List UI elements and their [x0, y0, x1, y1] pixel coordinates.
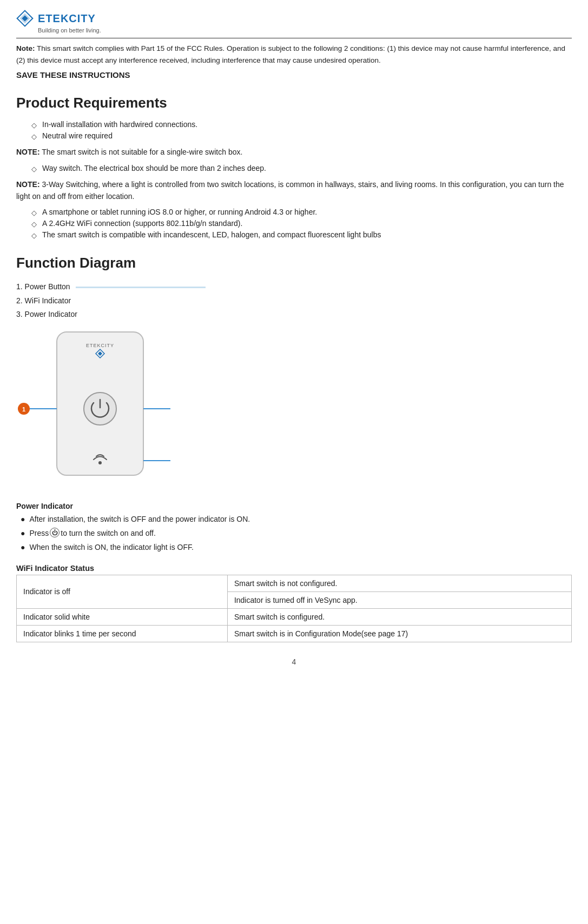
diamond-icon-2: ◇ — [31, 132, 37, 141]
table-row-1: Indicator is off Smart switch is not con… — [17, 575, 572, 591]
power-bullet-2: ● Press ⏻ to turn the switch on and off. — [21, 528, 572, 539]
wifi-status-table: Indicator is off Smart switch is not con… — [16, 575, 572, 642]
bullet-item-4: ◇ A smartphone or tablet running iOS 8.0… — [31, 208, 572, 217]
bullet-circle-icon-3: ● — [21, 542, 25, 553]
power-bullet-text-2-prefix: Press — [29, 528, 49, 539]
power-bullet-text-2-suffix: to turn the switch on and off. — [61, 528, 156, 539]
table-row-3: Indicator solid white Smart switch is co… — [17, 608, 572, 625]
wifi-status-title: WiFi Indicator Status — [16, 564, 572, 573]
svg-point-8 — [98, 461, 102, 464]
bullet-item-2: ◇ Neutral wire required — [31, 131, 572, 141]
bullet-item-6: ◇ The smart switch is compatible with in… — [31, 230, 572, 240]
power-indicator-section: Power Indicator ● After installation, th… — [16, 502, 572, 553]
bullet-item-1: ◇ In-wall installation with hardwired co… — [31, 120, 572, 129]
note2-text-content: 3-Way Switching, where a light is contro… — [16, 180, 564, 201]
bullet-text-3: Way switch. The electrical box should be… — [42, 164, 266, 172]
indicator-blinks-status: Smart switch is in Configuration Mode(se… — [227, 625, 571, 642]
note2: NOTE: 3-Way Switching, where a light is … — [16, 178, 572, 203]
svg-point-7 — [84, 393, 116, 425]
brand-name: ETEKCITY — [38, 12, 96, 25]
bullet-text-5: A 2.4GHz WiFi connection (supports 802.1… — [42, 219, 242, 228]
bullet-circle-icon-2: ● — [21, 528, 25, 539]
power-button-inline-icon: ⏻ — [50, 528, 60, 537]
diamond-icon-5: ◇ — [31, 220, 37, 228]
bullet-item-5: ◇ A 2.4GHz WiFi connection (supports 802… — [31, 219, 572, 228]
svg-text:ETEKCITY: ETEKCITY — [86, 343, 114, 348]
bullet-circle-icon-1: ● — [21, 514, 25, 525]
note1-text-content: The smart switch is not suitable for a s… — [42, 148, 242, 156]
product-requirements-title: Product Requirements — [16, 95, 572, 111]
function-diagram-title: Function Diagram — [16, 255, 572, 271]
indicator-blinks-label: Indicator blinks 1 time per second — [17, 625, 228, 642]
power-bullet-3: ● When the switch is ON, the indicator l… — [21, 542, 572, 553]
bullet-text-6: The smart switch is compatible with inca… — [42, 230, 381, 239]
diamond-icon-4: ◇ — [31, 209, 37, 217]
table-row-4: Indicator blinks 1 time per second Smart… — [17, 625, 572, 642]
diamond-icon-6: ◇ — [31, 231, 37, 240]
diagram-label-3: 3. Power Indicator — [16, 308, 572, 321]
note2-label: NOTE: — [16, 180, 40, 189]
power-bullet-text-3: When the switch is ON, the indicator lig… — [29, 542, 193, 553]
indicator-off-label: Indicator is off — [17, 575, 228, 608]
diamond-icon-1: ◇ — [31, 121, 37, 129]
power-bullet-1: ● After installation, the switch is OFF … — [21, 514, 572, 525]
note-text: This smart switch complies with Part 15 … — [16, 44, 565, 64]
highlight-bar — [76, 287, 206, 288]
note1: NOTE: The smart switch is not suitable f… — [16, 146, 572, 158]
logo-icon: ETEKCITY — [16, 10, 96, 27]
product-bullets-3: ◇ A smartphone or tablet running iOS 8.0… — [16, 208, 572, 240]
diagram-label-2: 2. WiFi Indicator — [16, 294, 572, 308]
diagram-label-1: 1. Power Button — [16, 280, 572, 294]
svg-text:1: 1 — [22, 406, 25, 413]
indicator-off-status-1: Smart switch is not configured. — [227, 575, 571, 591]
product-bullets-2: ◇ Way switch. The electrical box should … — [16, 164, 572, 173]
power-indicator-title: Power Indicator — [16, 502, 572, 510]
page-header: ETEKCITY Building on better living. — [16, 10, 572, 38]
indicator-solid-white-status: Smart switch is configured. — [227, 608, 571, 625]
diamond-icon-3: ◇ — [31, 165, 37, 173]
diagram-labels: 1. Power Button 2. WiFi Indicator 3. Pow… — [16, 280, 572, 321]
indicator-solid-white-label: Indicator solid white — [17, 608, 228, 625]
indicator-off-status-2: Indicator is turned off in VeSync app. — [227, 591, 571, 608]
logo-tagline: Building on better living. — [38, 27, 101, 34]
product-bullets-1: ◇ In-wall installation with hardwired co… — [16, 120, 572, 141]
bullet-text-4: A smartphone or tablet running iOS 8.0 o… — [42, 208, 317, 216]
note-section: Note: This smart switch complies with Pa… — [16, 43, 572, 66]
note-label: Note: — [16, 44, 35, 52]
page-number: 4 — [16, 657, 572, 666]
bullet-item-3: ◇ Way switch. The electrical box should … — [31, 164, 572, 173]
bullet-text-1: In-wall installation with hardwired conn… — [42, 120, 197, 129]
logo-diamond-icon — [16, 10, 34, 27]
diagram-container: ETEKCITY 1 — [16, 327, 179, 494]
note1-label: NOTE: — [16, 148, 40, 156]
wifi-status-section: WiFi Indicator Status Indicator is off S… — [16, 564, 572, 642]
logo-area: ETEKCITY Building on better living. — [16, 10, 101, 34]
bullet-text-2: Neutral wire required — [42, 131, 113, 140]
device-diagram-svg: ETEKCITY 1 — [16, 327, 179, 494]
save-instructions: SAVE THESE INSTRUCTIONS — [16, 70, 572, 79]
power-bullet-text-1: After installation, the switch is OFF an… — [29, 514, 250, 525]
